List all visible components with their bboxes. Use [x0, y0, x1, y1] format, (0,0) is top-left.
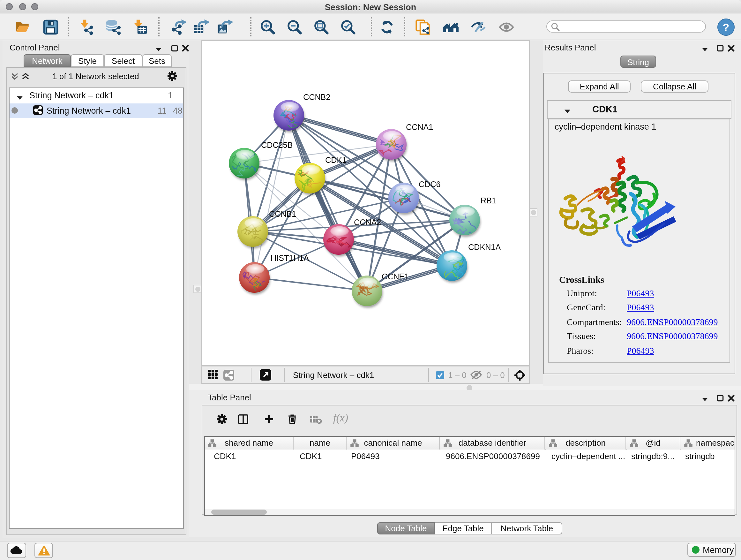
svg-text:HIST1H1A: HIST1H1A [271, 253, 309, 262]
svg-text:CCNB2: CCNB2 [303, 92, 330, 101]
svg-text:CCNA2: CCNA2 [354, 217, 381, 226]
svg-text:?: ? [723, 21, 730, 33]
svg-text:CCNA1: CCNA1 [406, 122, 433, 131]
svg-text:CDKN1A: CDKN1A [468, 242, 501, 251]
svg-text:CDC25B: CDC25B [261, 140, 293, 149]
svg-text:RB1: RB1 [481, 196, 496, 205]
svg-text:CDC6: CDC6 [419, 179, 441, 188]
svg-text:CDK1: CDK1 [325, 155, 347, 164]
svg-text:CCNE1: CCNE1 [382, 272, 409, 281]
svg-text:CCNB1: CCNB1 [269, 209, 296, 218]
